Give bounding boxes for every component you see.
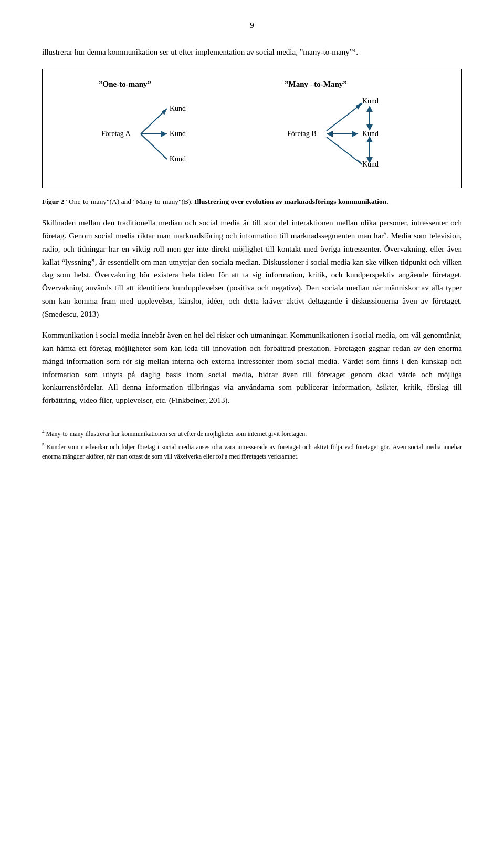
svg-marker-6: [162, 154, 167, 159]
body-paragraph-1: Skillnaden mellan den traditionella medi…: [42, 216, 462, 320]
page-number: 9: [42, 21, 462, 30]
figure-caption-bold: Illustrering over evolution av marknadsf…: [194, 197, 388, 205]
body-paragraph-2: Kommunikation i social media innebär äve…: [42, 329, 462, 407]
svg-text:Företag A: Företag A: [101, 130, 131, 138]
svg-line-23: [327, 103, 362, 131]
svg-marker-24: [356, 102, 362, 110]
svg-marker-2: [162, 109, 167, 115]
one-to-many-diagram: Företag A Kund Kund Kund: [99, 93, 204, 177]
svg-marker-16: [366, 106, 373, 112]
figure-caption: Figur 2 "One-to-many"(A) and "Many-to-ma…: [42, 196, 462, 207]
figure-caption-text: "One-to-many"(A) and "Many-to-many"(B). …: [66, 197, 388, 205]
footnote-4: 4 Many-to-many illustrerar hur kommunika…: [42, 429, 462, 439]
svg-text:Kund: Kund: [362, 97, 379, 105]
figure-label: Figur 2: [42, 197, 64, 205]
svg-marker-4: [161, 131, 167, 137]
svg-marker-12: [352, 131, 358, 137]
footnote-5: 5 Kunder som medverkar och följer företa…: [42, 442, 462, 461]
svg-text:Kund: Kund: [170, 155, 186, 163]
one-to-many-title: ”One-to-many”: [99, 80, 151, 89]
many-to-many-section: ”Many –to-Many” Företag B Kund Kund Kund: [285, 80, 405, 177]
diagram-box: ”One-to-many” Företag A Kund Kund Kund ”…: [42, 69, 462, 188]
intro-paragraph: illustrerar hur denna kommunikation ser …: [42, 46, 462, 58]
svg-text:Kund: Kund: [170, 105, 186, 112]
svg-text:Kund: Kund: [362, 130, 379, 138]
svg-text:Kund: Kund: [170, 130, 186, 138]
svg-marker-26: [357, 159, 362, 165]
one-to-many-section: ”One-to-many” Företag A Kund Kund Kund: [99, 80, 204, 177]
svg-marker-13: [327, 131, 333, 137]
svg-text:Företag B: Företag B: [287, 130, 317, 138]
footnote-divider: [42, 423, 147, 423]
many-to-many-diagram: Företag B Kund Kund Kund: [285, 93, 405, 177]
svg-line-25: [327, 137, 362, 164]
many-to-many-title: ”Many –to-Many”: [285, 80, 347, 89]
